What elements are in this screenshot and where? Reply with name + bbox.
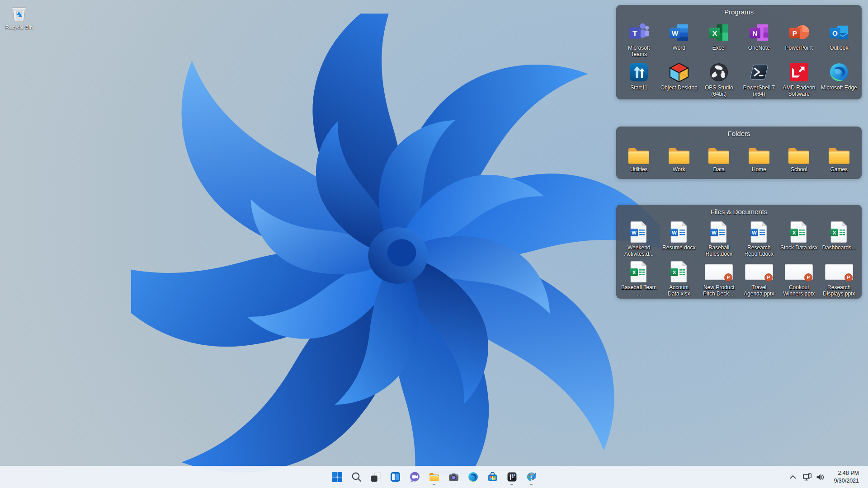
- folder-data[interactable]: Data: [699, 143, 739, 173]
- shortcut-outlook[interactable]: Outlook: [819, 21, 859, 57]
- file-label: Baseball Rules.docx: [699, 244, 738, 257]
- file-travel-agenda[interactable]: Travel Agenda.pptx: [739, 261, 779, 297]
- recycle-bin[interactable]: Recycle Bin: [3, 3, 35, 30]
- widgets-button[interactable]: [386, 468, 404, 486]
- shortcut-start11[interactable]: Start11: [619, 61, 659, 97]
- fence-grid: Microsoft Teams Word Excel OneNote Power…: [616, 16, 862, 99]
- excel-document-icon: [830, 221, 848, 243]
- folder-label: Games: [830, 166, 848, 173]
- excel-document-icon: [790, 221, 808, 243]
- powerpoint-document-icon: [704, 263, 733, 282]
- folder-icon: [707, 145, 731, 164]
- shortcut-label: Outlook: [830, 45, 848, 51]
- file-cookout-winners[interactable]: Cookout Winners.pptx: [779, 261, 819, 297]
- file-explorer-button[interactable]: [425, 468, 443, 486]
- file-dashboards[interactable]: Dashboards...: [819, 221, 859, 257]
- shortcut-microsoft-teams[interactable]: Microsoft Teams: [619, 21, 659, 57]
- fence-folders: Folders Utilities Work Data Home School …: [616, 127, 862, 179]
- folder-utilities[interactable]: Utilities: [619, 143, 659, 173]
- shortcut-label: PowerPoint: [785, 45, 813, 51]
- chat-icon: [409, 471, 420, 483]
- shortcut-microsoft-edge[interactable]: Microsoft Edge: [819, 61, 859, 97]
- shortcut-onenote[interactable]: OneNote: [739, 21, 779, 57]
- word-document-icon: [670, 221, 688, 243]
- powershell-icon: [749, 62, 769, 83]
- bloom-wallpaper: [131, 14, 660, 474]
- file-research-displays[interactable]: Research Displays.pptx: [819, 261, 859, 297]
- widgets-icon: [390, 471, 401, 483]
- edge-button[interactable]: [464, 468, 482, 486]
- file-label: New Product Pitch Deck....: [699, 284, 738, 297]
- fence-title: Files & Documents: [616, 205, 862, 216]
- file-label: Account Data.xlsx: [660, 284, 698, 297]
- object-desktop-icon: [669, 62, 689, 83]
- palette-icon: [526, 471, 537, 483]
- shortcut-label: Start11: [630, 84, 647, 91]
- shortcut-label: OBS Studio (64bit): [699, 84, 738, 97]
- system-tray: 2:48 PM 9/30/2021: [786, 466, 868, 488]
- file-label: Research Displays.pptx: [820, 284, 859, 297]
- shortcut-label: Object Desktop: [660, 84, 698, 91]
- palette-button[interactable]: [522, 468, 540, 486]
- network-volume-button[interactable]: [800, 468, 827, 486]
- file-baseball-rules[interactable]: Baseball Rules.docx: [699, 221, 739, 257]
- file-explorer-icon: [429, 471, 440, 483]
- onenote-icon: [749, 22, 769, 43]
- word-document-icon: [710, 221, 728, 243]
- chat-button[interactable]: [406, 468, 424, 486]
- file-account-data[interactable]: Account Data.xlsx: [659, 261, 699, 297]
- powerpoint-icon: [788, 22, 809, 43]
- camera-icon: [448, 471, 459, 483]
- edge-icon: [829, 62, 849, 83]
- fences-button[interactable]: [503, 468, 521, 486]
- fence-title: Programs: [616, 5, 862, 16]
- file-baseball-team[interactable]: Baseball Team ...: [619, 261, 659, 297]
- file-resume[interactable]: Resume.docx: [659, 221, 699, 257]
- shortcut-excel[interactable]: Excel: [699, 21, 739, 57]
- store-button[interactable]: [483, 468, 501, 486]
- excel-icon: [708, 22, 729, 43]
- folder-label: Home: [752, 166, 766, 173]
- windows-desktop: { "desktop": { "recycle_bin": { "label":…: [0, 0, 868, 488]
- task-view-icon: [370, 471, 382, 483]
- shortcut-obs-studio[interactable]: OBS Studio (64bit): [699, 61, 739, 97]
- folder-label: Utilities: [630, 166, 648, 173]
- camera-button[interactable]: [444, 468, 462, 486]
- folder-home[interactable]: Home: [739, 143, 779, 173]
- obs-studio-icon: [708, 62, 729, 83]
- store-icon: [487, 471, 498, 483]
- folder-school[interactable]: School: [779, 143, 819, 173]
- shortcut-word[interactable]: Word: [659, 21, 699, 57]
- excel-document-icon: [670, 261, 688, 282]
- shortcut-label: PowerShell 7 (x64): [740, 84, 778, 97]
- edge-icon: [467, 471, 479, 483]
- file-new-product-pitch-deck[interactable]: New Product Pitch Deck....: [699, 261, 739, 297]
- start-button[interactable]: [328, 468, 346, 486]
- folder-icon: [787, 145, 811, 164]
- file-stock-data[interactable]: Stock Data.xlsx: [779, 221, 819, 257]
- shortcut-powershell[interactable]: PowerShell 7 (x64): [739, 61, 779, 97]
- task-view-button[interactable]: [367, 468, 385, 486]
- network-icon: [802, 472, 812, 482]
- file-research-report[interactable]: Research Report.docx: [739, 221, 779, 257]
- show-hidden-icons-button[interactable]: [786, 468, 800, 486]
- recycle-bin-icon: [9, 3, 29, 23]
- file-label: Weekend Activites.d...: [619, 244, 658, 257]
- shortcut-powerpoint[interactable]: PowerPoint: [779, 21, 819, 57]
- file-weekend-activites[interactable]: Weekend Activites.d...: [619, 221, 659, 257]
- file-label: Dashboards...: [822, 244, 856, 251]
- folder-icon: [747, 145, 771, 164]
- clock[interactable]: 2:48 PM 9/30/2021: [832, 469, 861, 486]
- folder-work[interactable]: Work: [659, 143, 699, 173]
- search-icon: [351, 471, 362, 483]
- search-button[interactable]: [347, 468, 365, 486]
- file-label: Research Report.docx: [740, 244, 778, 257]
- word-icon: [669, 22, 689, 43]
- folder-games[interactable]: Games: [819, 143, 859, 173]
- shortcut-object-desktop[interactable]: Object Desktop: [659, 61, 699, 97]
- shortcut-label: Word: [673, 45, 685, 51]
- volume-icon: [815, 472, 825, 482]
- fence-grid: Utilities Work Data Home School Games: [616, 137, 862, 174]
- fence-programs: Programs Microsoft Teams Word Excel OneN…: [616, 5, 862, 99]
- shortcut-amd-radeon[interactable]: AMD Radeon Software: [779, 61, 819, 97]
